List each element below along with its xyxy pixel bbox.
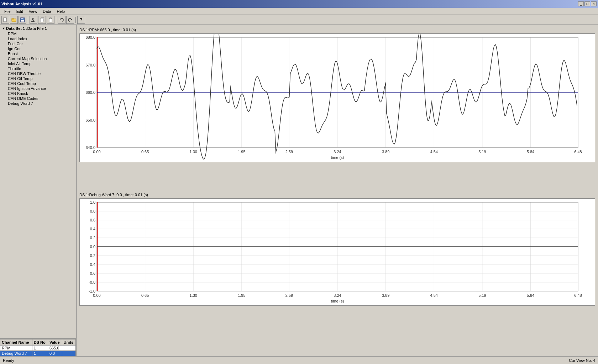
menu-file[interactable]: File xyxy=(1,9,14,14)
tree-root: ▼ Data Set 1 :Data File 1 RPM Load Index… xyxy=(1,26,75,106)
chart2-canvas xyxy=(80,199,585,305)
svg-rect-0 xyxy=(4,18,6,22)
col-header-ds: DS No xyxy=(32,339,48,346)
svg-rect-5 xyxy=(21,20,24,22)
svg-rect-11 xyxy=(40,19,43,22)
new-button[interactable] xyxy=(1,16,9,24)
main-layout: ▼ Data Set 1 :Data File 1 RPM Load Index… xyxy=(0,25,598,356)
svg-rect-4 xyxy=(21,18,23,19)
data-table-panel: Channel Name DS No Value Units RPM 1 665… xyxy=(0,338,76,356)
sidebar-item-can-dbw[interactable]: CAN DBW Throttle xyxy=(6,71,75,76)
cell-units xyxy=(62,346,75,351)
chart2-container xyxy=(79,198,595,306)
chart2-panel: DS 1:Debug Word 7: 0.0 , time: 0.01 (s) xyxy=(77,191,598,356)
chart1-canvas xyxy=(80,34,585,162)
app-title: Vishnu Analysis v1.01 xyxy=(1,2,42,6)
sidebar: ▼ Data Set 1 :Data File 1 RPM Load Index… xyxy=(0,25,77,338)
sidebar-item-can-dme[interactable]: CAN DME Codes xyxy=(6,96,75,101)
status-text: Ready xyxy=(3,358,14,363)
redo-button[interactable] xyxy=(66,16,74,24)
sidebar-item-throttle[interactable]: Throttle xyxy=(6,66,75,71)
svg-rect-13 xyxy=(50,18,51,19)
separator-3 xyxy=(75,17,76,23)
svg-marker-14 xyxy=(59,19,61,20)
svg-rect-2 xyxy=(12,18,14,19)
paste-button[interactable] xyxy=(47,16,54,24)
col-header-value: Value xyxy=(48,339,62,346)
cur-view-text: Cur View No: 4 xyxy=(569,358,595,363)
table-row-selected[interactable]: Debug Word 7 1 0.0 xyxy=(0,351,76,356)
sidebar-item-ign-cor[interactable]: Ign Cor xyxy=(6,46,75,51)
save-button[interactable] xyxy=(19,16,26,24)
sidebar-item-can-oil[interactable]: CAN Oil Temp xyxy=(6,76,75,81)
tree-children: RPM Load Index Fuel Cor Ign Cor Boost Cu… xyxy=(1,31,75,106)
toolbar: ? xyxy=(0,15,598,25)
help-button[interactable]: ? xyxy=(77,16,85,24)
menu-bar: File Edit View Data Help xyxy=(0,8,598,15)
sidebar-item-can-knock[interactable]: CAN Knock xyxy=(6,91,75,96)
sidebar-item-rpm[interactable]: RPM xyxy=(6,31,75,36)
sidebar-item-boost[interactable]: Boost xyxy=(6,51,75,56)
sidebar-item-can-cool[interactable]: CAN Cool Temp xyxy=(6,81,75,86)
copy-button[interactable] xyxy=(38,16,46,24)
menu-edit[interactable]: Edit xyxy=(14,9,26,14)
separator-1 xyxy=(28,17,28,23)
undo-button[interactable] xyxy=(58,16,65,24)
chart1-container xyxy=(79,33,595,162)
cell-channel: Debug Word 7 xyxy=(0,351,32,356)
content-area: DS 1:RPM: 665.0 , time: 0.01 (s) DS 1:De… xyxy=(77,25,598,356)
sidebar-item-load-index[interactable]: Load Index xyxy=(6,36,75,41)
svg-point-8 xyxy=(31,21,33,22)
cell-value: 665.0 xyxy=(48,346,62,351)
title-bar: Vishnu Analysis v1.01 _ □ × xyxy=(0,0,598,8)
menu-data[interactable]: Data xyxy=(40,9,54,14)
svg-marker-15 xyxy=(71,19,72,20)
window-controls[interactable]: _ □ × xyxy=(578,1,597,6)
separator-2 xyxy=(56,17,56,23)
status-bar: Ready Cur View No: 4 xyxy=(0,356,598,364)
cell-ds: 1 xyxy=(32,351,48,356)
expand-icon: ▼ xyxy=(2,27,5,30)
data-table: Channel Name DS No Value Units RPM 1 665… xyxy=(0,339,76,356)
cell-channel: RPM xyxy=(0,346,32,351)
col-header-units: Units xyxy=(62,339,75,346)
chart1-title: DS 1:RPM: 665.0 , time: 0.01 (s) xyxy=(79,28,595,32)
left-panel: ▼ Data Set 1 :Data File 1 RPM Load Index… xyxy=(0,25,77,356)
sidebar-item-fuel-cor[interactable]: Fuel Cor xyxy=(6,41,75,46)
sidebar-item-can-ign[interactable]: CAN Ignition Advance xyxy=(6,86,75,91)
cell-ds: 1 xyxy=(32,346,48,351)
cell-value: 0.0 xyxy=(48,351,62,356)
cell-units xyxy=(62,351,75,356)
sidebar-item-inlet-air[interactable]: Inlet Air Temp xyxy=(6,61,75,66)
sidebar-item-current-map[interactable]: Current Map Selection xyxy=(6,56,75,61)
maximize-button[interactable]: □ xyxy=(584,1,590,6)
tree-root-label[interactable]: ▼ Data Set 1 :Data File 1 xyxy=(1,26,75,31)
cut-button[interactable] xyxy=(30,16,37,24)
menu-view[interactable]: View xyxy=(26,9,40,14)
table-row[interactable]: RPM 1 665.0 xyxy=(0,346,76,351)
minimize-button[interactable]: _ xyxy=(578,1,584,6)
svg-point-9 xyxy=(33,21,35,22)
menu-help[interactable]: Help xyxy=(54,9,68,14)
chart1-panel: DS 1:RPM: 665.0 , time: 0.01 (s) xyxy=(77,25,598,191)
close-button[interactable]: × xyxy=(591,1,597,6)
chart2-title: DS 1:Debug Word 7: 0.0 , time: 0.01 (s) xyxy=(79,193,595,197)
sidebar-item-debug-word7[interactable]: Debug Word 7 xyxy=(6,101,75,106)
col-header-channel: Channel Name xyxy=(0,339,32,346)
open-button[interactable] xyxy=(10,16,18,24)
